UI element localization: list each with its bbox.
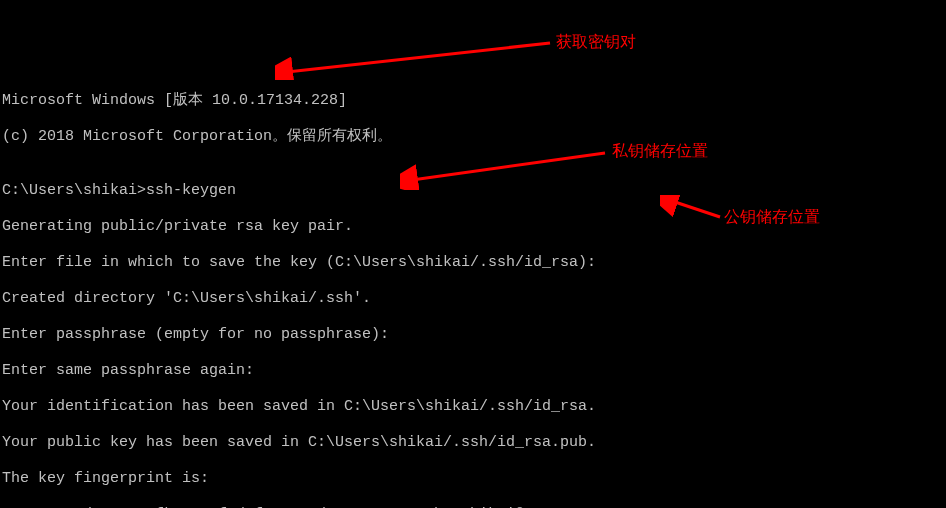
terminal-line: Enter file in which to save the key (C:\…: [2, 254, 944, 272]
terminal-line: Microsoft Windows [版本 10.0.17134.228]: [2, 92, 944, 110]
svg-line-1: [287, 43, 550, 72]
terminal-output: Microsoft Windows [版本 10.0.17134.228] (c…: [0, 72, 946, 508]
terminal-line: Created directory 'C:\Users\shikai/.ssh'…: [2, 290, 944, 308]
terminal-line: Enter same passphrase again:: [2, 362, 944, 380]
annotation-keypair: 获取密钥对: [556, 33, 636, 51]
terminal-line: C:\Users\shikai>ssh-keygen: [2, 182, 944, 200]
terminal-line: (c) 2018 Microsoft Corporation。保留所有权利。: [2, 128, 944, 146]
annotation-private-key: 私钥储存位置: [612, 142, 708, 160]
terminal-line: Your identification has been saved in C:…: [2, 398, 944, 416]
annotation-public-key: 公钥储存位置: [724, 208, 820, 226]
terminal-line: Enter passphrase (empty for no passphras…: [2, 326, 944, 344]
terminal-line: Your public key has been saved in C:\Use…: [2, 434, 944, 452]
terminal-line: The key fingerprint is:: [2, 470, 944, 488]
